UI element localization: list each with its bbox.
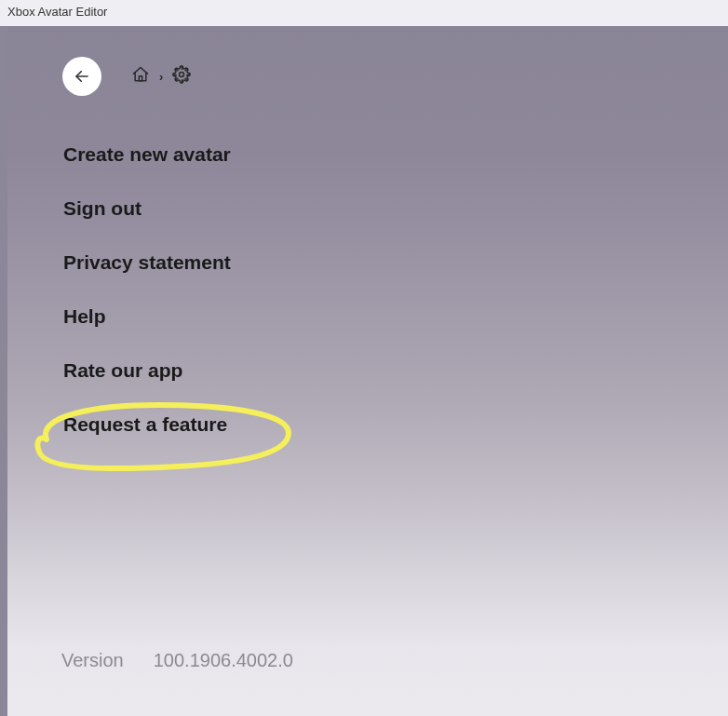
version-number: 100.1906.4002.0 [154, 650, 293, 671]
home-breadcrumb[interactable] [131, 65, 150, 88]
version-info: Version 100.1906.4002.0 [61, 650, 293, 671]
version-label: Version [61, 650, 124, 671]
menu-item-rate[interactable]: Rate our app [63, 359, 231, 382]
home-icon [131, 65, 150, 84]
window-title-bar: Xbox Avatar Editor [0, 0, 728, 26]
svg-point-2 [180, 73, 184, 77]
svg-rect-1 [139, 76, 142, 81]
top-navigation: › [62, 57, 191, 96]
back-button[interactable] [62, 57, 101, 96]
settings-breadcrumb[interactable] [172, 65, 191, 88]
gear-icon [172, 65, 191, 84]
menu-item-privacy[interactable]: Privacy statement [63, 251, 231, 274]
window-title-text: Xbox Avatar Editor [7, 5, 107, 19]
menu-item-sign-out[interactable]: Sign out [63, 197, 231, 220]
arrow-left-icon [74, 68, 90, 85]
settings-menu: Create new avatar Sign out Privacy state… [63, 143, 231, 436]
app-content-area: › Create new avatar Sign out Privacy sta… [7, 26, 728, 716]
menu-item-create-avatar[interactable]: Create new avatar [63, 143, 231, 166]
breadcrumb: › [131, 65, 191, 88]
menu-item-request-feature[interactable]: Request a feature [63, 413, 231, 436]
menu-item-help[interactable]: Help [63, 305, 231, 328]
chevron-right-icon: › [159, 70, 163, 84]
